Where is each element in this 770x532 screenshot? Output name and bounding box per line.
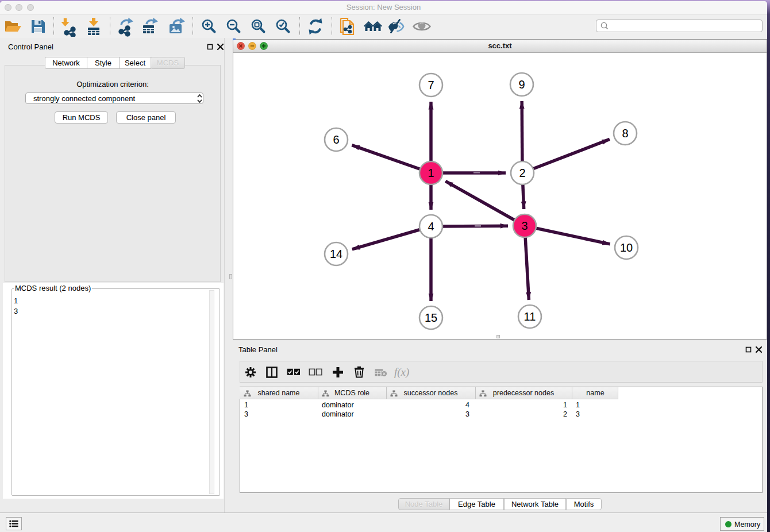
svg-text:15: 15 (425, 311, 437, 324)
svg-text:14: 14 (330, 248, 342, 260)
svg-text:10: 10 (620, 241, 633, 254)
svg-text:3: 3 (521, 219, 528, 232)
svg-text:4: 4 (428, 220, 434, 233)
svg-text:11: 11 (524, 310, 536, 323)
svg-text:1: 1 (428, 167, 434, 179)
svg-text:2: 2 (519, 167, 525, 179)
svg-text:8: 8 (622, 127, 628, 140)
svg-text:6: 6 (333, 133, 339, 146)
svg-text:9: 9 (518, 78, 525, 91)
svg-text:7: 7 (428, 79, 434, 91)
